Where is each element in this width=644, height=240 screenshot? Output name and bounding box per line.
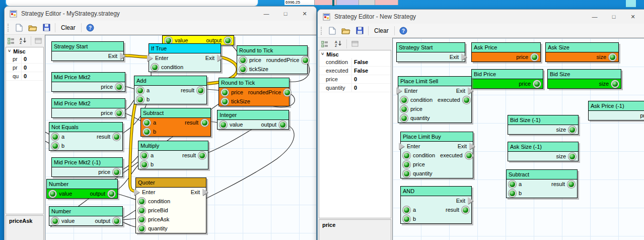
- open-file-button[interactable]: [341, 26, 351, 36]
- input-port[interactable]: [404, 171, 409, 176]
- input-port[interactable]: [139, 217, 145, 222]
- node-mid-price-mkt2-2[interactable]: Mid Price Mkt2 price: [51, 98, 125, 118]
- input-port[interactable]: [510, 182, 515, 187]
- node-strategy-start[interactable]: Strategy Start Exit: [396, 42, 465, 62]
- maximize-button[interactable]: □: [604, 14, 623, 20]
- output-port[interactable]: [116, 84, 122, 90]
- node-subtract[interactable]: Subtract a result b: [506, 169, 578, 198]
- input-port[interactable]: [401, 115, 407, 121]
- titlebar[interactable]: Strategy Editor - MyStrategy.strategy — …: [5, 7, 316, 21]
- node-quoter[interactable]: Quoter Enter Exit condition pric: [135, 177, 206, 233]
- enter-arrow-icon[interactable]: [134, 189, 139, 196]
- toolbar-grip[interactable]: [321, 27, 324, 35]
- property-value[interactable]: 0: [351, 75, 391, 83]
- enter-arrow-icon[interactable]: [147, 54, 153, 62]
- node-mid-price-mkt2-1[interactable]: Mid Price Mkt2 price: [51, 72, 125, 92]
- input-port[interactable]: [52, 218, 58, 224]
- output-port[interactable]: [109, 191, 114, 197]
- help-button[interactable]: ?: [398, 26, 408, 36]
- property-category[interactable]: ˅ Misc: [6, 47, 43, 55]
- exit-arrow-icon[interactable]: [469, 143, 475, 150]
- input-port[interactable]: [404, 207, 409, 213]
- save-button[interactable]: [41, 23, 51, 33]
- node-bid-price[interactable]: Bid Price price: [471, 69, 543, 89]
- input-port[interactable]: [404, 216, 409, 222]
- output-port[interactable]: [532, 54, 537, 60]
- input-port[interactable]: [139, 226, 145, 231]
- strategy-canvas-left[interactable]: value output Strategy Start Exit: [45, 35, 316, 240]
- node-place-limit-sell[interactable]: Place Limit Sell Enter Exit condition ex…: [398, 76, 472, 123]
- input-port[interactable]: [152, 65, 158, 70]
- property-value[interactable]: 0: [351, 84, 391, 92]
- input-port[interactable]: [221, 122, 226, 128]
- exit-arrow-icon[interactable]: [468, 197, 473, 204]
- node-not-equals[interactable]: Not Equals a result b: [49, 122, 123, 151]
- exit-arrow-icon[interactable]: [217, 54, 223, 62]
- minimize-button[interactable]: —: [585, 14, 604, 20]
- output-port[interactable]: [284, 90, 290, 95]
- property-value[interactable]: False: [351, 67, 391, 75]
- open-file-button[interactable]: [28, 23, 38, 33]
- input-port[interactable]: [52, 143, 58, 149]
- input-port[interactable]: [137, 88, 143, 93]
- node-subtract[interactable]: Subtract a result b: [140, 108, 211, 137]
- output-port[interactable]: [612, 81, 618, 87]
- enter-arrow-icon[interactable]: [399, 143, 404, 150]
- input-port[interactable]: [401, 106, 407, 112]
- categorized-view-button[interactable]: [319, 39, 330, 49]
- node-add[interactable]: Add a result b: [134, 76, 207, 104]
- node-ask-size[interactable]: Ask Size size: [545, 42, 619, 62]
- input-port[interactable]: [137, 97, 143, 102]
- property-category[interactable]: ˅ Misc: [319, 50, 391, 58]
- node-mid-price-mkt2-neg[interactable]: Mid Price Mkt2 (-1) price: [51, 157, 123, 177]
- output-port[interactable]: [199, 153, 205, 158]
- node-bid-size[interactable]: Bid Size size: [547, 69, 621, 89]
- node-round-to-tick-2[interactable]: Round to Tick price roundedPrice tickSiz…: [219, 78, 290, 106]
- input-port[interactable]: [50, 191, 55, 197]
- clear-button[interactable]: Clear: [372, 27, 391, 34]
- exit-arrow-icon[interactable]: [461, 53, 467, 61]
- node-round-to-tick-1[interactable]: Round to Tick price roundedPrice tickSiz…: [237, 45, 308, 74]
- output-port[interactable]: [225, 38, 231, 43]
- node-multiply[interactable]: Multiply a result b: [138, 141, 208, 169]
- property-value[interactable]: 0: [21, 55, 43, 63]
- output-port[interactable]: [114, 134, 119, 140]
- input-port[interactable]: [144, 120, 150, 126]
- output-port[interactable]: [303, 57, 308, 63]
- input-port[interactable]: [222, 90, 228, 95]
- property-value[interactable]: False: [351, 58, 391, 66]
- close-button[interactable]: ✕: [623, 14, 642, 20]
- input-port[interactable]: [144, 129, 150, 135]
- output-port[interactable]: [198, 88, 203, 93]
- input-port[interactable]: [166, 38, 171, 43]
- node-ask-price[interactable]: Ask Price price: [471, 42, 541, 62]
- input-port[interactable]: [222, 99, 228, 104]
- input-port[interactable]: [139, 208, 145, 213]
- input-port[interactable]: [52, 134, 58, 140]
- new-file-button[interactable]: [327, 26, 337, 36]
- output-port[interactable]: [466, 153, 472, 158]
- property-value[interactable]: 0: [21, 72, 43, 80]
- input-port[interactable]: [141, 162, 147, 167]
- titlebar[interactable]: Strategy Editor - New Strategy — □ ✕: [318, 10, 644, 24]
- strategy-canvas-right[interactable]: Strategy Start Exit Ask Price price: [392, 38, 644, 240]
- maximize-button[interactable]: □: [276, 11, 295, 17]
- output-port[interactable]: [116, 110, 122, 116]
- property-value[interactable]: 0: [21, 64, 43, 72]
- alphabetical-sort-button[interactable]: A Z: [333, 39, 344, 49]
- node-integer[interactable]: Integer value output: [217, 110, 289, 130]
- input-port[interactable]: [404, 153, 409, 158]
- exit-arrow-icon[interactable]: [468, 87, 473, 94]
- output-port[interactable]: [610, 54, 615, 60]
- node-strategy-start[interactable]: Strategy Start Exit: [51, 41, 124, 61]
- node-if-true[interactable]: If True Enter Exit condition: [149, 43, 221, 72]
- close-button[interactable]: ✕: [295, 11, 314, 17]
- output-port[interactable]: [463, 207, 468, 213]
- output-port[interactable]: [569, 127, 575, 133]
- input-port[interactable]: [401, 97, 407, 103]
- node-bid-size-neg[interactable]: Bid Size (-1) size: [508, 115, 579, 135]
- output-port[interactable]: [280, 122, 285, 128]
- toolbar-grip[interactable]: [8, 24, 11, 32]
- output-port[interactable]: [114, 169, 119, 175]
- minimize-button[interactable]: —: [257, 11, 276, 17]
